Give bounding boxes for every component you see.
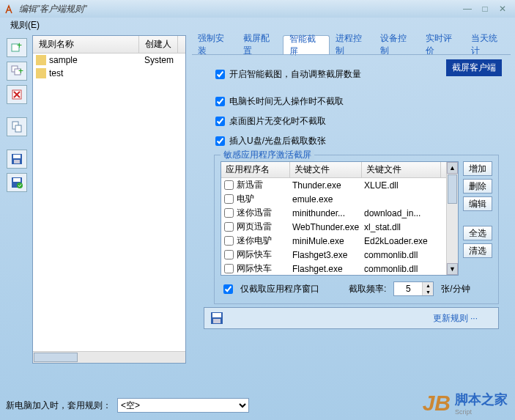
tab-1[interactable]: 截屏配置 <box>237 35 283 54</box>
freq-unit: 张/分钟 <box>441 283 470 295</box>
chk-usb-shot[interactable] <box>215 136 225 146</box>
fieldset-legend: 敏感应用程序激活截屏 <box>221 149 314 161</box>
svg-point-13 <box>17 183 23 188</box>
watermark-logo: JB <box>423 391 451 416</box>
tab-5[interactable]: 实时评价 <box>420 35 465 54</box>
save-button[interactable] <box>7 150 27 169</box>
left-toolbar: + + <box>4 35 29 364</box>
svg-text:+: + <box>17 41 22 51</box>
svg-rect-7 <box>15 125 21 132</box>
rule-icon <box>36 55 46 65</box>
app-row-check[interactable] <box>224 222 234 232</box>
freq-label: 截取频率: <box>349 283 386 295</box>
rule-icon <box>36 68 46 78</box>
app-row[interactable]: 网际快车Flashget3.execommonlib.dll <box>221 248 446 262</box>
tab-6[interactable]: 当天统计 <box>465 35 511 54</box>
scroll-up-icon[interactable]: ▲ <box>447 162 458 174</box>
app-icon <box>4 3 16 15</box>
select-all-button[interactable]: 全选 <box>463 226 492 240</box>
app-row[interactable]: 新迅雷Thunder.exeXLUE.dll <box>221 178 446 192</box>
tab-0[interactable]: 强制安装 <box>192 35 237 54</box>
minimize-button[interactable]: — <box>459 3 475 15</box>
svg-text:+: + <box>18 66 23 76</box>
clear-sel-button[interactable]: 清选 <box>463 243 492 258</box>
chk-idle-skip-label: 电脑长时间无人操作时不截取 <box>229 95 344 108</box>
freq-input[interactable] <box>394 284 422 294</box>
paste-rule-button[interactable] <box>7 117 27 136</box>
app-row[interactable]: 网际快车Flashget.execommonlib.dll <box>221 262 446 275</box>
chk-idle-skip[interactable] <box>215 97 225 106</box>
maximize-button[interactable]: □ <box>477 3 493 15</box>
tab-4[interactable]: 设备控制 <box>374 35 420 54</box>
apptable-h3[interactable]: 关键文件 <box>362 162 441 177</box>
watermark-sub: Script <box>455 408 508 416</box>
watermark: JB 脚本之家 Script <box>423 391 508 416</box>
app-row-check[interactable] <box>224 208 234 218</box>
rule-row[interactable]: test <box>33 67 185 80</box>
app-table-vscroll[interactable]: ▲ ▼ <box>446 162 458 275</box>
apply-rule-select[interactable]: <空> <box>117 398 249 413</box>
tab-3[interactable]: 进程控制 <box>330 35 375 54</box>
svg-rect-9 <box>13 155 21 158</box>
rule-list: 规则名称 创建人 sampleSystemtest <box>32 35 186 364</box>
chk-only-app-window-label: 仅截取应用程序窗口 <box>240 283 319 295</box>
client-badge: 截屏客户端 <box>446 59 502 76</box>
new-rule-button[interactable]: + <box>7 38 27 57</box>
rule-col-creator[interactable]: 创建人 <box>139 36 178 53</box>
app-row[interactable]: 网页迅雷WebThunder.exexl_stat.dll <box>221 220 446 234</box>
apptable-h2[interactable]: 关键文件 <box>290 162 362 177</box>
scroll-down-icon[interactable]: ▼ <box>447 263 458 275</box>
chk-smart-enable[interactable] <box>215 70 225 79</box>
svg-rect-16 <box>213 319 221 323</box>
save-all-button[interactable] <box>7 173 27 192</box>
app-row[interactable]: 电驴emule.exe <box>221 192 446 206</box>
update-rule-link[interactable]: 更新规则 ··· <box>433 312 478 325</box>
svg-rect-10 <box>14 160 20 163</box>
app-row-check[interactable] <box>224 180 234 190</box>
app-row[interactable]: 迷你电驴miniMule.exeEd2kLoader.exe <box>221 234 446 248</box>
close-button[interactable]: ✕ <box>494 3 511 15</box>
watermark-name: 脚本之家 <box>455 391 508 408</box>
copy-rule-button[interactable]: + <box>7 62 27 81</box>
rule-col-name[interactable]: 规则名称 <box>33 36 139 53</box>
app-row[interactable]: 迷你迅雷minithunder...download_in... <box>221 206 446 220</box>
edit-button[interactable]: 编辑 <box>463 196 492 211</box>
chk-usb-shot-label: 插入U盘/光盘后截取数张 <box>229 135 326 147</box>
delete-button[interactable]: 删除 <box>463 179 492 194</box>
chk-nochange-skip[interactable] <box>215 117 225 126</box>
chk-nochange-skip-label: 桌面图片无变化时不截取 <box>229 115 326 128</box>
add-button[interactable]: 增加 <box>463 161 492 176</box>
chk-only-app-window[interactable] <box>223 284 233 294</box>
svg-rect-12 <box>13 178 21 182</box>
app-row-check[interactable] <box>224 236 234 246</box>
app-table: 应用程序名 关键文件 关键文件 新迅雷Thunder.exeXLUE.dll电驴… <box>221 161 459 276</box>
delete-rule-button[interactable] <box>7 85 27 104</box>
window-title: 编辑"客户端规则" <box>19 3 459 15</box>
tab-2[interactable]: 智能截屏 <box>283 35 330 54</box>
apptable-h1[interactable]: 应用程序名 <box>221 162 290 177</box>
svg-rect-15 <box>212 313 221 317</box>
hscrollbar[interactable] <box>33 351 185 363</box>
chk-smart-enable-label: 开启智能截图，自动调整截屏数量 <box>229 68 361 81</box>
spin-up-icon[interactable]: ▲ <box>423 282 433 289</box>
menu-rules[interactable]: 规则(E) <box>6 18 44 33</box>
update-bar: 更新规则 ··· <box>204 307 499 329</box>
app-row-check[interactable] <box>224 250 234 259</box>
rule-row[interactable]: sampleSystem <box>33 54 185 67</box>
spin-down-icon[interactable]: ▼ <box>423 289 433 295</box>
app-row-check[interactable] <box>224 194 234 204</box>
app-row-check[interactable] <box>224 264 234 273</box>
save-icon[interactable] <box>210 312 223 325</box>
apply-rule-label: 新电脑加入时，套用规则： <box>6 399 111 412</box>
